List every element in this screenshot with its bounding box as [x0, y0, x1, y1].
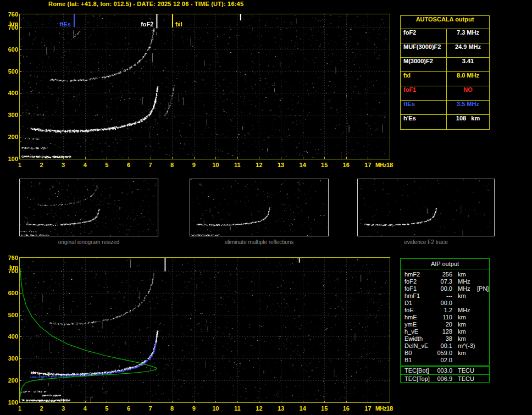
x-axis-tick: 10: [209, 405, 221, 412]
y-axis-tick: 200: [3, 377, 18, 384]
param-unit: km: [452, 321, 475, 328]
x-axis-tick: 13: [275, 162, 287, 168]
param-unit: km: [452, 271, 475, 278]
x-axis-tick: 6: [123, 162, 135, 168]
param-label: ymE: [401, 321, 431, 328]
param-label: foF2: [401, 278, 431, 285]
param-extra: [475, 350, 489, 357]
param-value: 256: [431, 271, 452, 278]
param-unit: km: [452, 292, 475, 300]
x-axis-tick: 1: [14, 162, 26, 168]
param-extra: [475, 307, 489, 314]
aip-row: foF100.0MHz[PN]: [401, 285, 489, 292]
param-unit: TECU: [452, 367, 489, 374]
autoscala-row: MUF(3000)F224.9 MHz: [401, 43, 489, 58]
y-axis-tick: 200: [3, 134, 18, 140]
param-label: DelN_vE: [401, 342, 431, 350]
y-axis-tick: 500: [3, 68, 18, 75]
x-axis-tick: 3: [57, 405, 69, 412]
x-axis-tick: 1: [14, 405, 26, 412]
aip-row: DelN_vE00.1m^(-3): [401, 342, 489, 350]
x-axis-tick: 5: [101, 405, 113, 412]
param-value: 3.41: [447, 58, 489, 71]
param-label: foF1: [401, 285, 431, 292]
thumbnail-no-multiple-reflections: [190, 179, 329, 236]
param-extra: [475, 278, 489, 285]
param-label: M(3000)F2: [401, 58, 447, 71]
param-value: 128: [431, 328, 452, 335]
param-value: 00.0: [431, 285, 452, 292]
param-label: hmF2: [401, 271, 431, 278]
aip-row: hmF2256km: [401, 271, 489, 278]
param-unit: MHz: [452, 307, 475, 314]
x-axis-tick: 13: [275, 405, 287, 412]
param-extra: [475, 335, 489, 342]
aip-row: B0059.0km: [401, 350, 489, 357]
x-axis-tick: 14: [297, 162, 309, 168]
param-value: 1.2: [431, 307, 452, 314]
param-unit: km: [452, 335, 475, 342]
x-axis-tick: 17: [362, 405, 374, 412]
param-unit: [452, 300, 475, 307]
y-axis-tick: 760: [3, 254, 18, 261]
autoscala-table-header: AUTOSCALA output: [401, 16, 489, 29]
param-label: MUF(3000)F2: [401, 43, 447, 57]
param-label: foF2: [401, 29, 447, 43]
x-axis-tick: 9: [188, 405, 200, 412]
param-extra: [475, 328, 489, 335]
autoscala-window: Rome (lat: +41.8, lon: 012.5) - DATE: 20…: [0, 0, 532, 415]
x-axis-tick: 4: [79, 162, 91, 168]
y-axis-tick: 600: [3, 46, 18, 53]
param-unit: km: [452, 328, 475, 335]
aip-row: foE1.2MHz: [401, 307, 489, 314]
param-value: ---: [431, 292, 452, 300]
station-title: Rome (lat: +41.8, lon: 012.5) - DATE: 20…: [48, 1, 243, 7]
param-value: 7.3 MHz: [447, 29, 489, 43]
param-value: 38: [431, 335, 452, 342]
param-unit: [452, 357, 475, 364]
aip-row: hmF1---km: [401, 292, 489, 300]
param-value: 003.0: [431, 367, 452, 374]
thumbnail-caption-original: original ionogram resized: [19, 239, 158, 245]
param-label: h_vE: [401, 328, 431, 335]
param-unit: MHz: [452, 285, 475, 292]
param-label: B1: [401, 357, 431, 364]
param-label: hmF1: [401, 292, 431, 300]
x-axis-tick: 3: [57, 162, 69, 168]
autoscala-row: foF27.3 MHz: [401, 29, 489, 43]
x-axis-tick: 7: [145, 162, 157, 168]
thumbnail-caption-no-reflections: eliminate multiple reflections: [190, 239, 329, 245]
x-axis-tick: 11: [231, 162, 243, 168]
param-label: ftEs: [401, 101, 447, 114]
autoscala-table: AUTOSCALA output foF27.3 MHzMUF(3000)F22…: [400, 15, 490, 130]
x-axis-tick: 6: [123, 405, 135, 412]
param-unit: MHz: [452, 278, 475, 285]
x-axis-tick: 12: [253, 405, 265, 412]
param-value: 108 km: [447, 115, 489, 129]
ionogram-plot-bottom: [19, 257, 390, 403]
y-axis-tick: 500: [3, 312, 18, 318]
param-value: 00.1: [431, 342, 452, 350]
thumbnail-original-ionogram: [19, 179, 158, 236]
x-axis-tick: 7: [145, 405, 157, 412]
aip-row: hmE110km: [401, 314, 489, 321]
y-axis-tick: 760: [3, 11, 18, 18]
param-label: fxI: [401, 72, 447, 86]
autoscala-row: ftEs3.5 MHz: [401, 101, 489, 115]
x-axis-tick: 11: [231, 405, 243, 412]
param-label: TEC[Top]: [401, 375, 431, 383]
param-extra: [PN]: [475, 285, 489, 292]
param-value: 00.0: [431, 300, 452, 307]
aip-row: h_vE128km: [401, 328, 489, 335]
param-value: 20: [431, 321, 452, 328]
param-extra: [475, 271, 489, 278]
x-axis-tick: 16: [340, 162, 352, 168]
x-axis-tick: 12: [253, 162, 265, 168]
autoscala-table-body: foF27.3 MHzMUF(3000)F224.9 MHzM(3000)F23…: [401, 29, 489, 129]
thumbnail-canvas-f2-trace: [358, 179, 494, 236]
aip-row: ymE20km: [401, 321, 489, 328]
thumbnail-f2-trace: [357, 179, 495, 236]
thumbnail-canvas-original: [20, 179, 158, 236]
ionogram-canvas-top: [20, 14, 390, 159]
x-axis-tick: 2: [36, 405, 48, 412]
